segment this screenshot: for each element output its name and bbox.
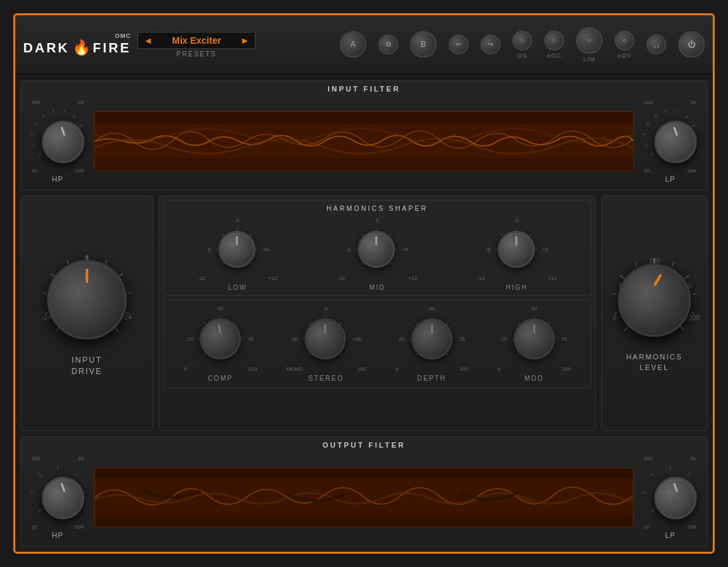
- svg-line-112: [75, 473, 77, 475]
- low-bottom-right: +12: [269, 275, 278, 281]
- adv-icon-sym: ○: [622, 37, 626, 44]
- lp-scale-20k: 20K: [688, 168, 697, 174]
- logo-dark: OMC DARK 🔥 FIRE: [23, 32, 131, 56]
- copy-icon: ⧉: [386, 41, 391, 48]
- main-content: INPUT FILTER 200 2K: [15, 75, 713, 552]
- input-drive-knob[interactable]: [47, 260, 127, 340]
- control-adv[interactable]: ○ ADV: [615, 31, 634, 59]
- agc-label: AGC: [547, 52, 562, 59]
- depth-right: 75: [459, 336, 465, 342]
- svg-line-5: [53, 110, 54, 113]
- svg-line-20: [666, 110, 666, 113]
- svg-line-94: [613, 294, 617, 294]
- lp-knob[interactable]: [654, 121, 697, 163]
- mod-bottom-right: 100: [562, 366, 571, 372]
- svg-line-110: [38, 473, 41, 476]
- svg-line-102: [680, 326, 684, 330]
- svg-line-120: [651, 473, 654, 476]
- control-undo[interactable]: ↩: [449, 34, 469, 54]
- svg-text:200: 200: [689, 314, 700, 322]
- stereo-bottom-left: MONO: [286, 366, 303, 372]
- stereo-right: +50: [352, 336, 362, 342]
- hp-label: HP: [52, 175, 63, 183]
- low-top-val: 0: [236, 218, 239, 223]
- svg-line-0: [38, 153, 41, 156]
- svg-line-3: [34, 123, 36, 125]
- plugin-container: OMC DARK 🔥 FIRE ◄ Mix Exciter ► PRESETS: [13, 13, 715, 554]
- output-hp-knob[interactable]: [42, 477, 84, 519]
- svg-line-118: [651, 509, 654, 512]
- high-knob[interactable]: [498, 231, 535, 268]
- control-copy[interactable]: ⧉: [378, 34, 398, 54]
- hp-knob[interactable]: [42, 121, 84, 163]
- comp-knob-group: 50 25: [184, 306, 257, 382]
- bottom-knobs-section: 50 25: [163, 300, 591, 388]
- stereo-knob[interactable]: [305, 318, 346, 359]
- control-headphones[interactable]: 🎧: [646, 34, 666, 54]
- comp-bottom-right: 100: [248, 366, 257, 372]
- low-left-val: -6: [206, 247, 211, 253]
- lim-circle: ○: [576, 27, 603, 54]
- headphones-icon: 🎧: [652, 41, 660, 48]
- svg-line-122: [688, 473, 690, 475]
- harmonics-level-label: HARMONICSLEVEL: [626, 352, 682, 373]
- control-b[interactable]: B: [410, 31, 437, 58]
- low-knob[interactable]: [218, 231, 255, 268]
- control-agc[interactable]: ○ AGC: [544, 31, 564, 59]
- mod-knob[interactable]: [514, 318, 555, 359]
- output-lp-label: LP: [665, 531, 675, 539]
- stereo-top: 0: [325, 306, 327, 312]
- control-a[interactable]: A: [340, 31, 366, 58]
- control-os[interactable]: ○ OS: [512, 31, 532, 59]
- svg-rect-116: [95, 468, 633, 479]
- logo-omc: OMC: [115, 32, 131, 39]
- high-top-val: 0: [516, 218, 518, 223]
- out-hp-scale-2k: 2K: [78, 456, 84, 462]
- comp-top: 50: [218, 306, 224, 312]
- stereo-label: STEREO: [309, 375, 344, 382]
- depth-knob-group: 50 25: [396, 306, 469, 382]
- high-bottom-right: +12: [547, 275, 557, 281]
- adv-label: ADV: [617, 52, 632, 59]
- harmonics-outer: 0 50 100 150 200: [608, 254, 701, 347]
- svg-line-96: [635, 263, 637, 266]
- hp-scale-2k: 2K: [78, 99, 84, 105]
- logo-text-dark: DARK: [23, 40, 70, 56]
- mid-top-val: 0: [376, 218, 378, 223]
- mid-knob-group: 0 -6: [337, 218, 417, 291]
- mod-label: MOD: [524, 375, 544, 382]
- preset-nav: ◄ Mix Exciter ►: [137, 32, 255, 49]
- mid-bottom-left: -12: [337, 275, 345, 281]
- svg-line-35: [127, 292, 131, 293]
- svg-line-1: [32, 145, 35, 146]
- preset-prev-button[interactable]: ◄: [143, 36, 153, 45]
- out-lp-scale-2k: 2K: [690, 456, 697, 462]
- harmonics-level-knob[interactable]: [618, 264, 691, 337]
- a-circle: A: [340, 31, 366, 58]
- undo-circle: ↩: [449, 34, 469, 54]
- stereo-knob-container: [301, 314, 350, 363]
- out-hp-scale-200: 200: [31, 456, 40, 462]
- preset-next-button[interactable]: ►: [240, 36, 250, 45]
- output-lp-knob[interactable]: [654, 477, 697, 519]
- output-hp-knob-wrapper: 200 2K: [28, 456, 88, 539]
- adv-circle: ○: [615, 31, 634, 50]
- logo-text-fire: FIRE: [93, 40, 131, 56]
- mid-knob[interactable]: [358, 231, 395, 268]
- power-circle: ⏻: [678, 31, 705, 58]
- output-hp-knob-container: [28, 463, 88, 523]
- high-right-val: +6: [542, 247, 548, 253]
- control-power[interactable]: ⏻: [678, 31, 705, 58]
- control-redo[interactable]: ↪: [480, 34, 500, 54]
- preset-label: PRESETS: [177, 50, 217, 58]
- comp-knob[interactable]: [200, 318, 241, 359]
- output-waveform-display: [94, 468, 634, 527]
- depth-bottom-left: 0: [396, 366, 398, 372]
- depth-knob[interactable]: [411, 318, 453, 359]
- bottom-knobs-row: 50 25: [169, 306, 585, 382]
- mod-knob-group: 50 25: [498, 306, 571, 382]
- svg-text:0: 0: [613, 314, 617, 322]
- preset-section: ◄ Mix Exciter ► PRESETS: [137, 32, 255, 58]
- mod-right: 75: [561, 336, 567, 342]
- control-lim[interactable]: ○ LIM: [576, 27, 603, 62]
